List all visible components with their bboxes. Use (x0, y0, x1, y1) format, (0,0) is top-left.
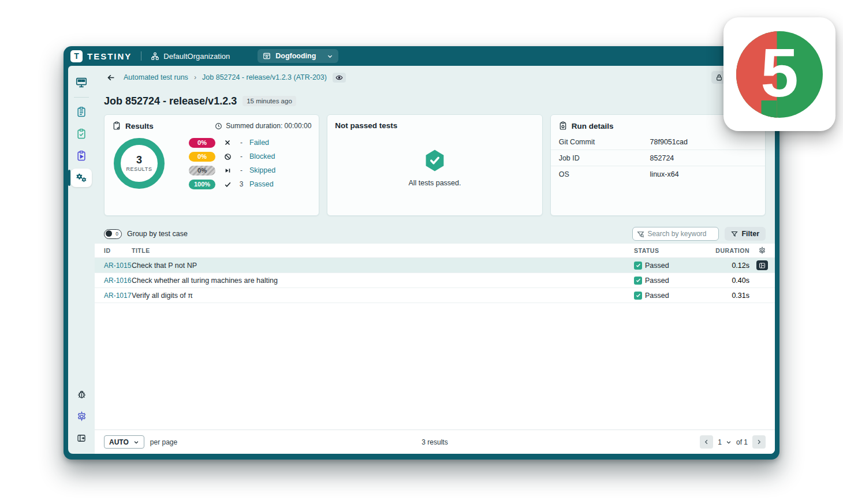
chevron-down-icon (133, 439, 139, 445)
badge-circle: 5 (736, 31, 823, 118)
results-table: ID TITLE STATUS DURATION AR-1015 Check t… (95, 244, 775, 430)
sidebar-item-automation[interactable] (71, 169, 92, 187)
monitor-icon (75, 76, 88, 89)
skipped-link[interactable]: Skipped (249, 166, 275, 174)
sidebar (68, 66, 95, 454)
sidebar-item-dashboard[interactable] (71, 73, 92, 92)
row-id-link[interactable]: AR-1015 (104, 262, 131, 270)
not-passed-card-title: Not passed tests (335, 121, 397, 130)
breadcrumb-link-current[interactable]: Job 852724 - release/v1.2.3 (ATR-203) (202, 73, 327, 81)
status-badge: Passed (634, 277, 708, 285)
search-box (632, 227, 719, 241)
number-5-badge: 5 (723, 17, 835, 131)
column-header-status: STATUS (634, 247, 708, 254)
open-side-panel-button[interactable] (756, 260, 768, 270)
status-badge: Passed (634, 292, 708, 300)
chevron-down-icon (327, 53, 333, 59)
passed-check-icon (223, 181, 232, 188)
legend-row-passed: 100% 3 Passed (189, 179, 275, 189)
sidebar-item-report-bug[interactable] (71, 385, 92, 404)
project-icon (263, 52, 271, 60)
all-passed-message: All tests passed. (408, 179, 461, 187)
gear-icon (76, 411, 87, 422)
main-panel: Automated test runs › Job 852724 - relea… (95, 66, 775, 454)
organization-name: DefaultOrganization (163, 52, 230, 61)
group-by-test-case-toggle[interactable]: 0 (104, 229, 122, 239)
group-by-test-case-label: Group by test case (127, 230, 188, 238)
testiny-logo-icon[interactable]: T (70, 50, 83, 62)
row-title: Check whether all turing machines are ha… (132, 277, 634, 285)
topbar-divider (141, 51, 141, 61)
search-funnel-icon (637, 230, 644, 238)
summary-cards: Results Summed duration: 00:00:00 3 RESU… (95, 113, 775, 224)
gears-icon (75, 171, 88, 184)
organization-selector[interactable]: DefaultOrganization (151, 52, 230, 61)
table-row[interactable]: AR-1016 Check whether all turing machine… (95, 273, 775, 288)
page-of-label: of 1 (736, 438, 748, 446)
clock-icon (215, 122, 222, 130)
row-id-link[interactable]: AR-1017 (104, 292, 131, 300)
clipboard-play-icon (76, 150, 87, 162)
collapse-sidebar-icon (76, 433, 87, 443)
passed-checkbox-icon (634, 262, 642, 270)
page-title: Job 852724 - release/v1.2.3 (104, 95, 237, 107)
page-select[interactable]: 1 (718, 438, 732, 446)
pagination: 1 of 1 (700, 435, 766, 449)
blocked-link[interactable]: Blocked (249, 152, 275, 160)
blocked-icon (223, 153, 232, 160)
next-page-button[interactable] (752, 435, 766, 449)
run-detail-row: Job ID 852724 (551, 150, 765, 166)
table-settings-gear-icon[interactable] (758, 247, 766, 255)
table-row[interactable]: AR-1015 Check that P not NP Passed 0.12s (95, 258, 775, 273)
passed-checkbox-icon (634, 277, 642, 285)
legend-row-skipped: 0% - Skipped (189, 165, 275, 176)
per-page-select[interactable]: AUTO (104, 435, 144, 449)
title-row: Job 852724 - release/v1.2.3 15 minutes a… (95, 89, 775, 113)
search-input[interactable] (647, 230, 714, 238)
results-card: Results Summed duration: 00:00:00 3 RESU… (104, 114, 319, 216)
chevron-left-icon (703, 439, 710, 445)
column-header-title: TITLE (132, 247, 634, 254)
top-bar: T TESTINY DefaultOrganization Dogfooding (64, 46, 779, 66)
badge-number: 5 (736, 31, 823, 118)
summed-duration: Summed duration: 00:00:00 (226, 122, 311, 130)
run-detail-row: OS linux-x64 (551, 166, 765, 182)
results-legend: 0% - Failed 0% (189, 137, 275, 189)
breadcrumb-link-parent[interactable]: Automated test runs (124, 73, 188, 81)
filter-funnel-icon (731, 230, 738, 237)
sidebar-item-test-cases[interactable] (71, 103, 92, 121)
failed-link[interactable]: Failed (249, 139, 269, 147)
project-selector[interactable]: Dogfooding (258, 49, 338, 63)
clipboard-icon (76, 106, 87, 118)
organization-icon (151, 52, 159, 61)
sidebar-divider (74, 97, 89, 98)
table-footer: AUTO per page 3 results 1 (95, 430, 775, 454)
time-badge: 15 minutes ago (243, 96, 296, 106)
sidebar-collapse-button[interactable] (71, 429, 92, 447)
previous-page-button[interactable] (700, 435, 713, 449)
column-header-duration: DURATION (708, 247, 749, 254)
results-donut: 3 RESULTS (114, 138, 165, 189)
failed-x-icon (223, 139, 232, 146)
passed-checkbox-icon (634, 292, 642, 300)
sidebar-item-test-plans[interactable] (71, 147, 92, 165)
legend-row-blocked: 0% - Blocked (189, 151, 275, 162)
eye-icon (335, 74, 343, 81)
status-badge: Passed (634, 262, 708, 270)
run-details-clipboard-icon (558, 121, 568, 130)
sidebar-item-settings[interactable] (71, 407, 92, 425)
run-details-card-title: Run details (572, 122, 614, 130)
not-passed-card: Not passed tests All tests passed. (327, 114, 542, 216)
row-duration: 0.31s (708, 292, 749, 300)
passed-link[interactable]: Passed (249, 180, 274, 188)
row-duration: 0.12s (708, 262, 749, 270)
row-id-link[interactable]: AR-1016 (104, 277, 131, 285)
sidebar-item-test-runs[interactable] (71, 125, 92, 143)
lock-icon (715, 74, 723, 81)
table-row[interactable]: AR-1017 Verify all digits of π Passed 0.… (95, 288, 775, 303)
back-button[interactable] (104, 70, 118, 84)
filter-button[interactable]: Filter (725, 227, 766, 241)
watch-button[interactable] (333, 73, 346, 83)
table-header: ID TITLE STATUS DURATION (95, 244, 775, 258)
row-title: Verify all digits of π (132, 292, 634, 300)
